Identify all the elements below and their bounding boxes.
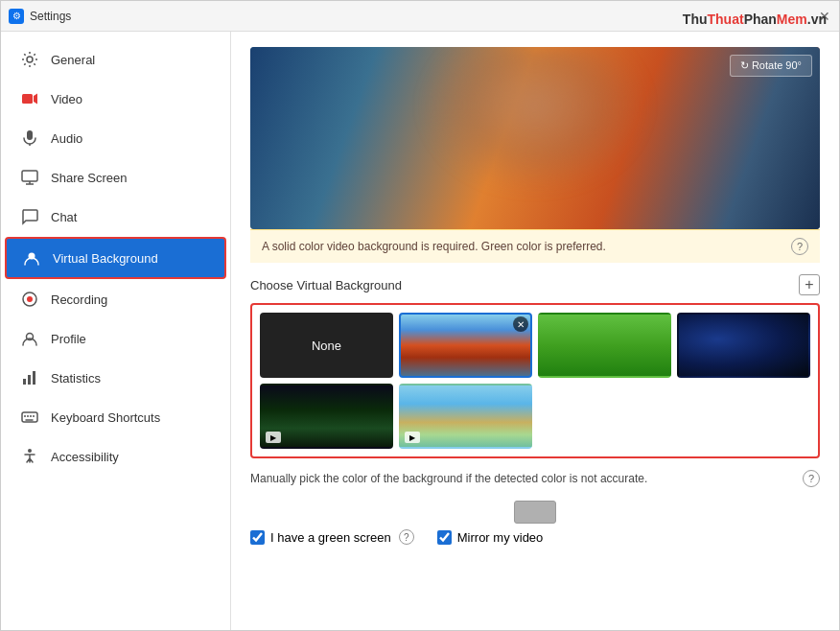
info-help-icon[interactable]: ? <box>791 238 808 255</box>
sidebar-item-recording[interactable]: Recording <box>5 280 226 318</box>
sidebar-label-accessibility: Accessibility <box>51 450 119 464</box>
sidebar-label-virtual-background: Virtual Background <box>53 251 158 266</box>
sidebar-item-video[interactable]: Video <box>5 80 226 118</box>
svg-rect-5 <box>22 171 37 181</box>
sidebar-item-virtual-background[interactable]: Virtual Background <box>5 237 226 279</box>
bg-beach-video-icon: ▶ <box>405 432 420 443</box>
sidebar-label-video: Video <box>51 92 82 106</box>
general-icon <box>20 50 39 69</box>
chat-icon <box>20 207 39 226</box>
audio-icon <box>20 129 39 148</box>
bg-grass[interactable] <box>538 313 671 378</box>
titlebar-left: ⚙ Settings <box>9 9 71 24</box>
svg-rect-14 <box>33 371 35 385</box>
svg-point-10 <box>27 296 33 302</box>
sidebar-item-statistics[interactable]: Statistics <box>5 359 226 397</box>
app-icon: ⚙ <box>9 9 24 24</box>
manual-pick-row: Manually pick the color of the backgroun… <box>250 470 820 487</box>
svg-rect-3 <box>27 130 33 140</box>
bg-none-label: None <box>312 339 341 353</box>
sidebar-label-chat: Chat <box>51 210 77 224</box>
mirror-video-item: Mirror my video <box>437 530 544 545</box>
sidebar-label-profile: Profile <box>51 332 86 346</box>
background-grid-wrapper: None ✕ ▶ <box>250 303 820 458</box>
bg-none[interactable]: None <box>260 313 393 378</box>
close-button[interactable]: ✕ <box>818 10 831 23</box>
svg-point-21 <box>28 449 32 453</box>
sidebar-item-audio[interactable]: Audio <box>5 119 226 157</box>
info-bar: A solid color video background is requir… <box>250 229 820 263</box>
manual-pick-help-icon[interactable]: ? <box>803 470 820 487</box>
manual-pick-text: Manually pick the color of the backgroun… <box>250 472 647 485</box>
sidebar-label-audio: Audio <box>51 131 82 146</box>
sidebar-label-general: General <box>51 53 95 67</box>
accessibility-icon <box>20 447 39 466</box>
keyboard-shortcuts-icon <box>20 408 39 427</box>
svg-rect-12 <box>23 379 26 385</box>
recording-icon <box>20 290 39 309</box>
statistics-icon <box>20 368 39 387</box>
sidebar-item-keyboard-shortcuts[interactable]: Keyboard Shortcuts <box>5 398 226 436</box>
content-area: General Video <box>1 32 839 630</box>
sidebar: General Video <box>1 32 231 630</box>
bg-beach[interactable]: ▶ <box>399 384 532 449</box>
svg-rect-13 <box>28 375 31 385</box>
face-blur <box>421 47 649 193</box>
sidebar-label-recording: Recording <box>51 292 107 307</box>
green-screen-help-icon[interactable]: ? <box>399 529 414 545</box>
bg-golden-gate[interactable]: ✕ <box>399 313 532 378</box>
green-screen-label: I have a green screen <box>270 530 391 545</box>
info-text: A solid color video background is requir… <box>262 240 791 253</box>
svg-point-0 <box>27 57 33 62</box>
sidebar-label-statistics: Statistics <box>51 371 101 386</box>
svg-rect-1 <box>22 94 33 104</box>
section-header: Choose Virtual Background + <box>250 274 820 295</box>
titlebar: ⚙ Settings ✕ <box>1 1 839 32</box>
settings-window: ⚙ Settings ✕ General <box>0 0 840 631</box>
sidebar-item-profile[interactable]: Profile <box>5 319 226 358</box>
checkbox-group: I have a green screen ? Mirror my video <box>250 529 820 545</box>
color-swatch-container <box>250 495 820 529</box>
bg-aurora[interactable]: ▶ <box>260 384 393 449</box>
sidebar-item-general[interactable]: General <box>5 40 226 79</box>
profile-icon <box>20 329 39 348</box>
window-title: Settings <box>30 10 71 23</box>
green-screen-checkbox[interactable] <box>250 530 265 545</box>
color-swatch[interactable] <box>514 501 556 524</box>
background-grid: None ✕ ▶ <box>260 313 810 449</box>
section-title: Choose Virtual Background <box>250 278 402 292</box>
video-icon <box>20 89 39 108</box>
sidebar-item-chat[interactable]: Chat <box>5 198 226 236</box>
bg-close-button[interactable]: ✕ <box>513 316 528 332</box>
sidebar-label-keyboard-shortcuts: Keyboard Shortcuts <box>51 410 160 425</box>
mirror-video-label: Mirror my video <box>457 530 544 545</box>
virtual-background-icon <box>22 248 41 268</box>
green-screen-item: I have a green screen ? <box>250 529 414 545</box>
mirror-video-checkbox[interactable] <box>437 530 452 545</box>
sidebar-item-share-screen[interactable]: Share Screen <box>5 158 226 197</box>
sidebar-label-share-screen: Share Screen <box>51 171 128 185</box>
svg-marker-2 <box>34 94 37 105</box>
main-content: ThuThuatPhanMem.vn ↻ Rotate 90° A solid … <box>231 32 839 630</box>
add-background-button[interactable]: + <box>799 274 820 295</box>
sidebar-item-accessibility[interactable]: Accessibility <box>5 437 226 476</box>
bg-aurora-video-icon: ▶ <box>266 432 281 443</box>
bg-space[interactable] <box>677 313 810 378</box>
share-screen-icon <box>20 168 39 187</box>
video-preview: ↻ Rotate 90° <box>250 47 820 229</box>
rotate-button[interactable]: ↻ Rotate 90° <box>730 55 812 77</box>
